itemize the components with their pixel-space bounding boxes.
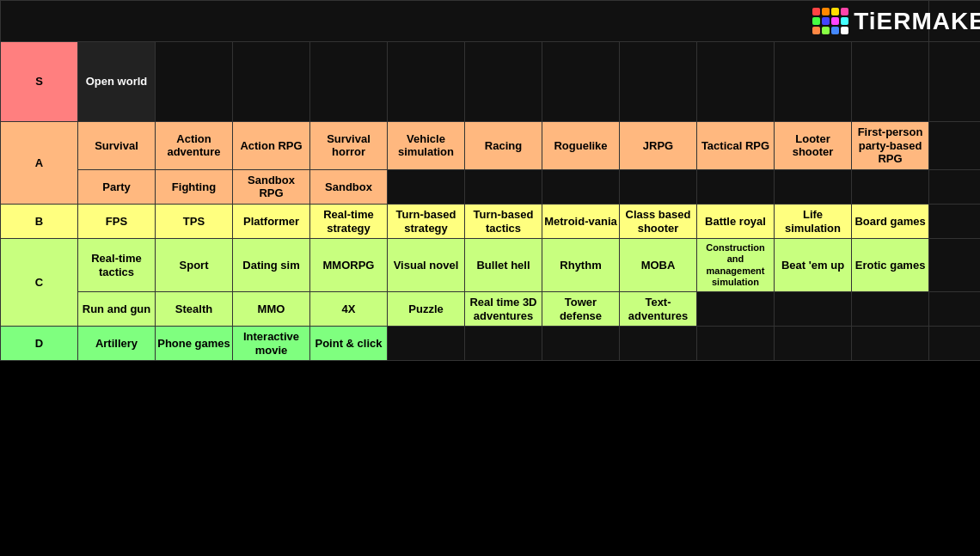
cell-life-simulation: Life simulation	[775, 204, 852, 238]
tier-c-label: C	[1, 239, 78, 327]
cell-construction-management: Construction and management simulation	[697, 239, 775, 292]
cell-puzzle: Puzzle	[388, 291, 465, 326]
cell-visual-novel: Visual novel	[388, 239, 465, 292]
cell-vehicle-sim: Vehicle simulation	[388, 122, 465, 170]
cell-s-empty-8	[697, 42, 775, 122]
tier-a-row1: A Survival Action adventure Action RPG S…	[1, 122, 981, 170]
cell-platformer: Platformer	[233, 204, 310, 238]
cell-a2-empty-5	[697, 169, 775, 204]
logo-icon	[812, 8, 848, 34]
cell-c2-empty-2	[775, 291, 852, 326]
tier-a-label: A	[1, 122, 78, 205]
cell-c2-empty-3	[852, 291, 929, 326]
cell-real-time-strategy: Real-time strategy	[310, 204, 388, 238]
cell-turn-based-strategy: Turn-based strategy	[388, 204, 465, 238]
cell-a2-empty-6	[775, 169, 852, 204]
cell-s-empty-5	[465, 42, 542, 122]
cell-action-rpg: Action RPG	[233, 122, 310, 170]
tier-d-label: D	[1, 327, 78, 361]
cell-fps: FPS	[78, 204, 156, 238]
cell-d-empty-6	[775, 327, 852, 361]
cell-a2-empty-3	[542, 169, 620, 204]
cell-a2-empty-4	[620, 169, 697, 204]
cell-tower-defense: Tower defense	[542, 291, 620, 326]
cell-open-world: Open world	[78, 42, 156, 122]
cell-c1-empty	[929, 239, 980, 292]
cell-mmo: MMO	[233, 291, 310, 326]
cell-c2-empty-1	[697, 291, 775, 326]
cell-b-empty	[929, 204, 980, 238]
tier-b-label: B	[1, 204, 78, 238]
cell-board-games: Board games	[852, 204, 929, 238]
cell-s-empty-11	[929, 42, 980, 122]
cell-erotic-games: Erotic games	[852, 239, 929, 292]
cell-s-empty-10	[852, 42, 929, 122]
cell-battle-royal: Battle royal	[697, 204, 775, 238]
tier-s-label: S	[1, 42, 78, 122]
tier-s-row: S Open world	[1, 42, 981, 122]
cell-a2-empty-1	[388, 169, 465, 204]
cell-a2-empty-2	[465, 169, 542, 204]
logo-cell: TiERMAKER	[929, 1, 980, 42]
cell-roguelike: Roguelike	[542, 122, 620, 170]
cell-racing: Racing	[465, 122, 542, 170]
cell-sport: Sport	[156, 239, 233, 292]
cell-looter-shooter: Looter shooter	[775, 122, 852, 170]
cell-action-adventure: Action adventure	[156, 122, 233, 170]
cell-moba: MOBA	[620, 239, 697, 292]
cell-first-person-party-rpg: First-person party-based RPG	[852, 122, 929, 170]
cell-stealth: Stealth	[156, 291, 233, 326]
cell-point-click: Point & click	[310, 327, 388, 361]
cell-run-and-gun: Run and gun	[78, 291, 156, 326]
cell-artillery: Artillery	[78, 327, 156, 361]
cell-party: Party	[78, 169, 156, 204]
cell-d-empty-4	[620, 327, 697, 361]
cell-jrpg: JRPG	[620, 122, 697, 170]
cell-d-empty-3	[542, 327, 620, 361]
cell-bullet-hell: Bullet hell	[465, 239, 542, 292]
cell-phone-games: Phone games	[156, 327, 233, 361]
tier-c-row2: Run and gun Stealth MMO 4X Puzzle Real t…	[1, 291, 981, 326]
tier-list-table: TiERMAKER S Open world A Survival Action…	[0, 0, 980, 361]
header-spacer	[1, 1, 929, 42]
cell-survival-horror: Survival horror	[310, 122, 388, 170]
cell-rhythm: Rhythm	[542, 239, 620, 292]
cell-sandbox-rpg: Sandbox RPG	[233, 169, 310, 204]
cell-a1-empty	[929, 122, 980, 170]
cell-a2-empty-8	[929, 169, 980, 204]
cell-s-empty-4	[388, 42, 465, 122]
logo-text: TiERMAKER	[854, 7, 980, 36]
cell-turn-based-tactics: Turn-based tactics	[465, 204, 542, 238]
cell-sandbox: Sandbox	[310, 169, 388, 204]
cell-dating-sim: Dating sim	[233, 239, 310, 292]
cell-c2-empty-4	[929, 291, 980, 326]
cell-survival: Survival	[78, 122, 156, 170]
cell-4x: 4X	[310, 291, 388, 326]
tier-a-row2: Party Fighting Sandbox RPG Sandbox	[1, 169, 981, 204]
cell-text-adventures: Text-adventures	[620, 291, 697, 326]
cell-class-based-shooter: Class based shooter	[620, 204, 697, 238]
cell-fighting: Fighting	[156, 169, 233, 204]
cell-d-empty-5	[697, 327, 775, 361]
cell-interactive-movie: Interactive movie	[233, 327, 310, 361]
tier-b-row: B FPS TPS Platformer Real-time strategy …	[1, 204, 981, 238]
cell-s-empty-9	[775, 42, 852, 122]
cell-real-time-3d: Real time 3D adventures	[465, 291, 542, 326]
cell-s-empty-7	[620, 42, 697, 122]
tier-d-row: D Artillery Phone games Interactive movi…	[1, 327, 981, 361]
cell-mmorpg: MMORPG	[310, 239, 388, 292]
cell-d-empty-8	[929, 327, 980, 361]
cell-s-empty-1	[156, 42, 233, 122]
cell-tactical-rpg: Tactical RPG	[697, 122, 775, 170]
cell-d-empty-2	[465, 327, 542, 361]
cell-tps: TPS	[156, 204, 233, 238]
cell-metroidvania: Metroid-vania	[542, 204, 620, 238]
cell-d-empty-7	[852, 327, 929, 361]
cell-real-time-tactics: Real-time tactics	[78, 239, 156, 292]
cell-s-empty-6	[542, 42, 620, 122]
tier-c-row1: C Real-time tactics Sport Dating sim MMO…	[1, 239, 981, 292]
cell-a2-empty-7	[852, 169, 929, 204]
cell-s-empty-3	[310, 42, 388, 122]
cell-beat-em-up: Beat 'em up	[775, 239, 852, 292]
cell-s-empty-2	[233, 42, 310, 122]
